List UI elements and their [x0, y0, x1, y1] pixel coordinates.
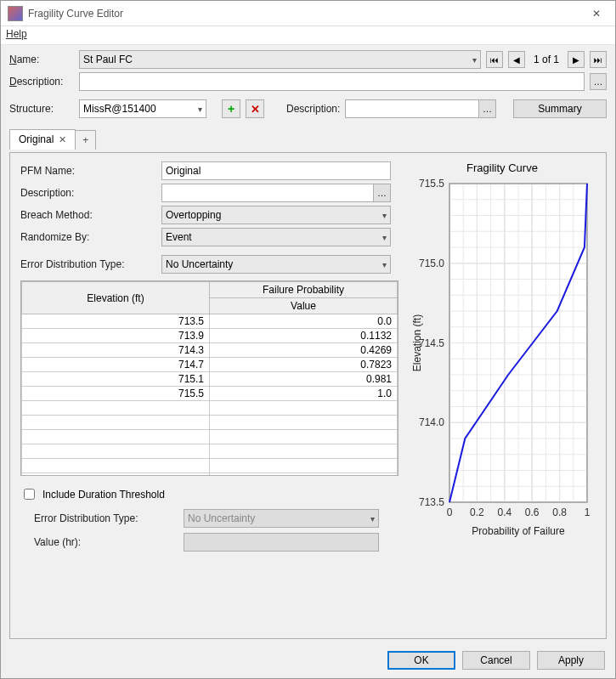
fragility-chart: 713.5714.0714.5715.0715.500.20.40.60.81P… — [409, 179, 596, 545]
svg-text:0.6: 0.6 — [525, 506, 540, 518]
tabstrip: Original ✕ + — [9, 127, 607, 149]
first-button[interactable]: ⏮ — [486, 51, 503, 68]
svg-text:715.5: 715.5 — [419, 179, 444, 190]
chart-title: Fragility Curve — [409, 161, 596, 174]
errdist-combo[interactable]: No Uncertainty ▾ — [161, 255, 391, 274]
structure-desc-input[interactable]: … — [345, 99, 496, 118]
table-row[interactable]: 714.30.4269 — [22, 343, 398, 358]
svg-text:714.0: 714.0 — [419, 416, 444, 428]
description-label: Description: — [9, 76, 74, 88]
col-elevation[interactable]: Elevation (ft) — [22, 282, 210, 314]
summary-button[interactable]: Summary — [513, 99, 607, 118]
table-row[interactable] — [22, 473, 398, 477]
tab-original[interactable]: Original ✕ — [9, 129, 76, 150]
name-combo[interactable]: St Paul FC ▾ — [79, 50, 481, 69]
table-row[interactable]: 714.70.7823 — [22, 358, 398, 372]
table-row[interactable] — [22, 401, 398, 416]
chevron-down-icon: ▾ — [198, 105, 202, 114]
breach-label: Breach Method: — [20, 209, 156, 221]
chevron-down-icon: ▾ — [382, 211, 387, 220]
col-failure[interactable]: Failure Probability — [210, 282, 398, 298]
next-button[interactable]: ▶ — [568, 51, 585, 68]
dur-errdist-combo: No Uncertainty ▾ — [184, 509, 379, 528]
menubar: Help — [1, 26, 615, 45]
pfm-name-input[interactable]: Original — [161, 161, 391, 180]
tab-label: Original — [19, 133, 54, 145]
delete-structure-button[interactable]: ✕ — [246, 99, 264, 118]
pfm-desc-more-button[interactable]: … — [373, 184, 390, 201]
table-row[interactable]: 713.50.0 — [22, 314, 398, 329]
description-input[interactable] — [79, 72, 585, 91]
table-row[interactable]: 715.51.0 — [22, 387, 398, 401]
titlebar: Fragility Curve Editor ✕ — [1, 1, 615, 26]
randomize-label: Randomize By: — [20, 231, 156, 243]
table-row[interactable] — [22, 444, 398, 459]
svg-text:713.5: 713.5 — [419, 496, 444, 508]
app-icon — [8, 6, 23, 21]
svg-text:Elevation (ft): Elevation (ft) — [411, 314, 423, 371]
tab-panel: PFM Name: Original Description: … Breach… — [9, 152, 607, 639]
chevron-down-icon: ▾ — [370, 514, 375, 523]
pfm-name-label: PFM Name: — [20, 165, 156, 177]
pfm-desc-input[interactable]: … — [161, 184, 391, 202]
randomize-combo[interactable]: Event ▾ — [161, 228, 391, 246]
prev-button[interactable]: ◀ — [508, 51, 525, 68]
window-title: Fragility Curve Editor — [28, 8, 579, 20]
structure-label: Structure: — [9, 103, 74, 115]
chevron-down-icon: ▾ — [382, 233, 387, 242]
description-more-button[interactable]: … — [590, 73, 607, 90]
last-button[interactable]: ⏭ — [590, 51, 607, 68]
svg-text:1: 1 — [585, 506, 591, 518]
include-duration-label: Include Duration Threshold — [42, 489, 165, 501]
page-indicator: 1 of 1 — [530, 54, 562, 65]
dur-errdist-label: Error Distribution Type: — [34, 512, 178, 524]
chevron-down-icon: ▾ — [472, 55, 477, 65]
svg-text:0.4: 0.4 — [497, 506, 511, 518]
svg-text:0.8: 0.8 — [552, 506, 567, 518]
tab-close-icon[interactable]: ✕ — [59, 134, 66, 145]
structure-desc-more-button[interactable]: … — [478, 100, 495, 117]
dur-value-input — [184, 533, 379, 552]
footer: OK Cancel Apply — [1, 642, 615, 678]
chart-area: Fragility Curve 713.5714.0714.5715.0715.… — [409, 161, 596, 630]
menu-help[interactable]: Help — [6, 28, 27, 40]
data-grid[interactable]: Elevation (ft) Failure Probability Value… — [20, 280, 398, 476]
tab-add-button[interactable]: + — [76, 130, 96, 150]
svg-text:Probability of Failure: Probability of Failure — [472, 525, 565, 537]
col-value[interactable]: Value — [210, 298, 398, 314]
structure-desc-label: Description: — [286, 103, 340, 115]
name-value: St Paul FC — [83, 54, 133, 65]
errdist-label: Error Distribution Type: — [20, 258, 156, 270]
table-row[interactable]: 715.10.981 — [22, 372, 398, 387]
close-icon[interactable]: ✕ — [579, 2, 613, 25]
dur-value-label: Value (hr): — [34, 536, 178, 548]
table-row[interactable] — [22, 416, 398, 430]
table-row[interactable]: 713.90.1132 — [22, 329, 398, 343]
name-label: Name: — [9, 54, 74, 65]
table-row[interactable] — [22, 459, 398, 473]
table-row[interactable] — [22, 430, 398, 444]
svg-text:0.2: 0.2 — [470, 506, 484, 518]
add-structure-button[interactable]: + — [222, 99, 240, 118]
ok-button[interactable]: OK — [387, 651, 455, 670]
structure-value: MissR@151400 — [83, 103, 156, 115]
svg-text:0: 0 — [447, 506, 453, 518]
breach-combo[interactable]: Overtopping ▾ — [161, 206, 391, 224]
svg-text:715.0: 715.0 — [419, 257, 444, 269]
cancel-button[interactable]: Cancel — [462, 651, 530, 670]
chevron-down-icon: ▾ — [382, 260, 387, 269]
apply-button[interactable]: Apply — [537, 651, 605, 670]
structure-combo[interactable]: MissR@151400 ▾ — [79, 99, 206, 118]
pfm-desc-label: Description: — [20, 187, 156, 199]
include-duration-checkbox[interactable] — [24, 489, 35, 500]
